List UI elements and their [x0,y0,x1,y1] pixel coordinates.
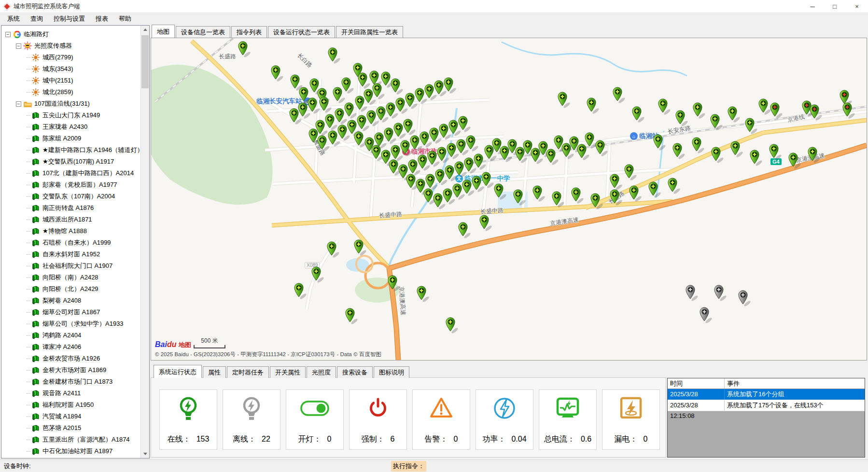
map-pin-online[interactable] [552,192,565,208]
map-pin-offline[interactable] [714,285,727,302]
map-pin-online[interactable] [649,182,661,198]
map-pin-online[interactable] [320,97,332,113]
tree-item[interactable]: 芭茅塘 A2015 [1,422,140,434]
map-pin-online[interactable] [354,240,367,256]
map-pin-online[interactable] [312,267,324,283]
minimize-button[interactable]: ─ [801,0,824,13]
scrollbar-thumb[interactable] [141,35,149,88]
tree-item[interactable]: ★建新中路路口东 A1946（辅道灯） [1,144,140,156]
map-pin-alarm[interactable] [770,103,783,119]
map-pin-online[interactable] [346,308,358,325]
tree-item[interactable]: 福利院对面 A1950 [1,399,140,411]
tree-expander-icon[interactable]: − [16,43,21,49]
map-pin-online[interactable] [391,79,404,95]
map-pin-online[interactable] [318,136,330,152]
event-log-header-time[interactable]: 时间 [668,378,725,389]
map-pin-online[interactable] [238,42,251,58]
tree-item[interactable]: 城东(3543) [1,63,140,75]
tree-item[interactable]: 五尖山大门东 A1949 [1,110,140,121]
tab-设备信息一览表[interactable]: 设备信息一览表 [176,26,230,38]
tree-item[interactable]: ★交警队西(107南) A1917 [1,156,140,167]
tree-scrollbar[interactable] [140,26,149,458]
map-pin-online[interactable] [480,215,492,232]
map-pin-online[interactable] [728,107,741,123]
map-pin-online[interactable] [558,92,571,109]
map-pin-online[interactable] [404,119,416,136]
tree-item[interactable]: 汽贸城 A1894 [1,411,140,422]
tree-item[interactable]: 梨树巷 A2408 [1,295,140,306]
map-pin-offline[interactable] [686,285,699,302]
map-pin-online[interactable] [745,118,758,135]
map-pin-online[interactable] [342,78,354,94]
tree-item[interactable]: ★博物馆 A1888 [1,225,140,237]
tree-item[interactable]: 五里派出所（富源汽配）A1874 [1,434,140,445]
tab-定时器任务[interactable]: 定时器任务 [227,366,269,378]
tree-item[interactable]: 金桥农贸市场 A1926 [1,353,140,364]
tab-地图[interactable]: 地图 [152,25,175,38]
tab-指令列表[interactable]: 指令列表 [231,26,267,38]
map-pin-online[interactable] [446,318,459,334]
tree-item[interactable] [1,457,140,458]
tree-item[interactable]: 彭家巷（党校后面）A1977 [1,179,140,191]
tab-图标说明[interactable]: 图标说明 [374,366,409,378]
tree-item[interactable]: 王家珑巷 A2430 [1,121,140,133]
tab-搜索设备[interactable]: 搜索设备 [337,366,373,378]
tree-item[interactable]: 中石化加油站对面 A1897 [1,445,140,457]
tree-item[interactable]: 城西派出所A1871 [1,214,140,225]
map-pin-online[interactable] [327,242,340,258]
map-pin-online[interactable] [808,147,821,164]
map-pin-online[interactable] [358,73,371,89]
menu-item-系统[interactable]: 系统 [2,13,25,25]
event-log-header-event[interactable]: 事件 [725,378,865,389]
map-pin-online[interactable] [789,153,801,169]
map-pin-online[interactable] [345,103,357,119]
close-button[interactable]: × [846,0,868,13]
map-pin-online[interactable] [625,165,637,181]
map-pin-online[interactable] [676,111,688,127]
map-pin-offline[interactable] [700,307,713,324]
map-pin-online[interactable] [712,147,724,164]
map-pin-online[interactable] [654,135,666,151]
tree-item[interactable]: 社会福利院大门口 A1907 [1,260,140,272]
map-pin-alarm[interactable] [843,103,855,119]
map-pin-online[interactable] [692,138,705,154]
map-pin-online[interactable] [328,48,341,64]
map-pin-online[interactable] [271,66,284,82]
scroll-down-icon[interactable] [141,450,149,458]
tree-item[interactable]: 城北(2859) [1,86,140,98]
tree-item[interactable]: 向阳桥（北）A2429 [1,283,140,295]
map-pin-online[interactable] [610,174,623,191]
map-pin-online[interactable] [668,178,681,194]
menu-item-报表[interactable]: 报表 [90,13,113,25]
tab-开关回路属性一览表[interactable]: 开关回路属性一览表 [336,26,403,38]
map-pin-online[interactable] [482,172,494,189]
map-pin-online[interactable] [673,143,686,160]
tree-item[interactable]: 观音路 A2411 [1,388,140,399]
map-pin-online[interactable] [632,107,645,123]
map-pin-online[interactable] [514,190,526,206]
tab-设备运行状态一览表[interactable]: 设备运行状态一览表 [268,26,335,38]
map-panel[interactable]: 长盛路长白路长盛路长安东路京港线京港澳高速长盛中路长盛中路京港澳高速长盛路京港澳… [151,38,867,361]
map-pin-online[interactable] [577,144,590,161]
tab-开关属性[interactable]: 开关属性 [270,366,306,378]
event-log-row[interactable]: 2025/3/28 12:15:08系统加载了175个设备，在线153个 [668,400,865,411]
tree-item[interactable]: −光照度传感器 [1,40,140,52]
map-pin-online[interactable] [613,87,626,104]
tree-item[interactable]: 107北（建新中路路口西）A2014 [1,167,140,179]
menu-item-控制与设置[interactable]: 控制与设置 [48,13,90,25]
tree-item[interactable]: −临湘路灯 [1,28,140,40]
tree-item[interactable]: 谭家冲 A2406 [1,341,140,353]
tree-item[interactable]: 城西(2799) [1,52,140,63]
map-pin-online[interactable] [731,141,743,158]
map-pin-online[interactable] [466,136,479,152]
map-pin-online[interactable] [587,98,600,114]
tree-item[interactable]: 城中(2151) [1,75,140,86]
tree-item[interactable]: 交警队东（107南）A2004 [1,191,140,202]
tree-item[interactable]: 陈家组 A2009 [1,133,140,144]
map-pin-online[interactable] [388,276,401,292]
tab-光照度[interactable]: 光照度 [307,366,336,378]
tree-item[interactable]: 自来水斜对面 A1952 [1,249,140,260]
tree-item[interactable]: 石咀桥（自来水）A1999 [1,237,140,249]
map-pin-online[interactable] [711,114,723,131]
map-pin-online[interactable] [294,283,307,300]
